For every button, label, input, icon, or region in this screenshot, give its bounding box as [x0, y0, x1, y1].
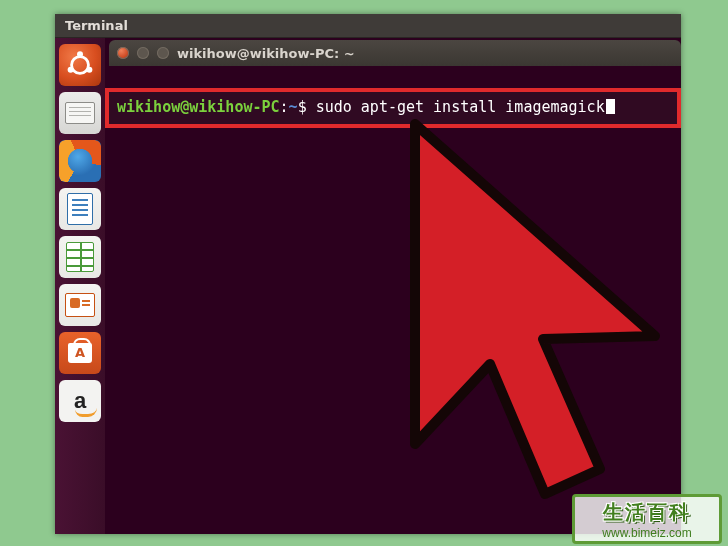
terminal-window[interactable]: wikihow@wikihow-PC: ~ wikihow@wikihow-PC… — [105, 38, 681, 66]
prompt-sep: : — [280, 98, 289, 116]
libreoffice-impress-icon[interactable] — [59, 284, 101, 326]
files-icon[interactable] — [59, 92, 101, 134]
svg-point-1 — [77, 51, 83, 57]
ubuntu-software-icon[interactable] — [59, 332, 101, 374]
command-highlight: wikihow@wikihow-PC:~$ sudo apt-get insta… — [105, 88, 681, 128]
prompt-userhost: wikihow@wikihow-PC — [117, 98, 280, 116]
prompt-path: ~ — [289, 98, 298, 116]
dash-icon[interactable] — [59, 44, 101, 86]
spreadsheet-glyph — [66, 242, 94, 272]
terminal-prompt-line[interactable]: wikihow@wikihow-PC:~$ sudo apt-get insta… — [117, 98, 669, 116]
watermark-url: www.bimeiz.com — [602, 526, 691, 540]
desktop-screen: Terminal a — [55, 14, 681, 534]
window-title: wikihow@wikihow-PC: ~ — [177, 46, 355, 61]
libreoffice-calc-icon[interactable] — [59, 236, 101, 278]
libreoffice-writer-icon[interactable] — [59, 188, 101, 230]
giant-cursor-icon — [375, 114, 675, 514]
file-manager-glyph — [65, 102, 95, 124]
prompt-symbol: $ — [298, 98, 307, 116]
svg-point-3 — [68, 67, 74, 73]
amazon-icon[interactable]: a — [59, 380, 101, 422]
document-glyph — [67, 193, 93, 225]
watermark-title: 生活百科 — [603, 499, 691, 526]
amazon-glyph: a — [74, 388, 86, 414]
typed-command: sudo apt-get install imagemagick — [316, 98, 605, 116]
menubar-app-name: Terminal — [65, 18, 128, 33]
site-watermark: 生活百科 www.bimeiz.com — [572, 494, 722, 544]
unity-launcher: a — [55, 38, 105, 534]
minimize-icon[interactable] — [137, 47, 149, 59]
presentation-glyph — [65, 293, 95, 317]
window-titlebar[interactable]: wikihow@wikihow-PC: ~ — [109, 40, 681, 66]
maximize-icon[interactable] — [157, 47, 169, 59]
firefox-icon[interactable] — [59, 140, 101, 182]
top-menubar: Terminal — [55, 14, 681, 38]
close-icon[interactable] — [117, 47, 129, 59]
text-cursor — [606, 99, 615, 114]
svg-point-2 — [86, 67, 92, 73]
shopping-bag-glyph — [68, 343, 92, 363]
svg-point-0 — [72, 57, 89, 74]
ubuntu-logo-icon — [65, 50, 95, 80]
